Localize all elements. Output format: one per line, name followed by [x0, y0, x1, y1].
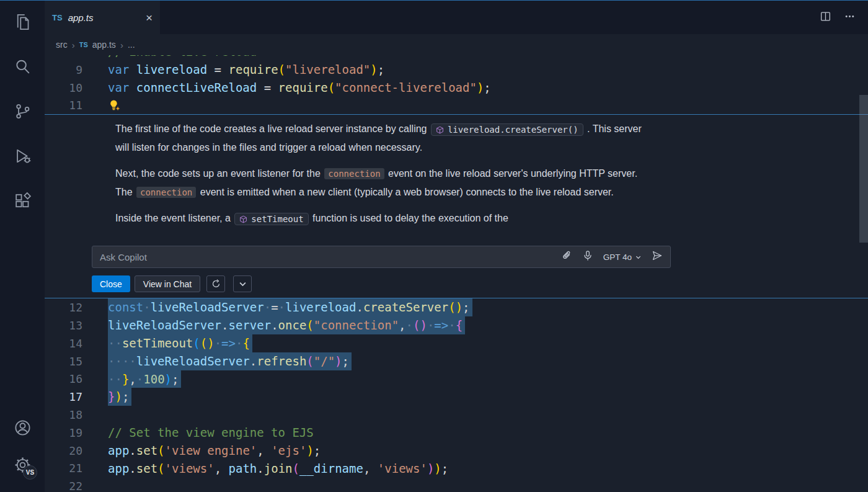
more-actions-icon[interactable]	[844, 11, 856, 25]
line-number[interactable]: 22	[45, 480, 82, 492]
extensions-icon[interactable]	[0, 186, 45, 215]
accounts-icon[interactable]	[0, 413, 45, 442]
code-text	[108, 97, 121, 115]
copilot-paragraph: Next, the code sets up an event listener…	[115, 164, 656, 202]
code-line-17[interactable]: 17});	[45, 388, 868, 406]
rerun-request-icon[interactable]	[206, 275, 225, 292]
typescript-file-icon: TS	[52, 13, 63, 22]
line-number[interactable]: 19	[45, 426, 82, 439]
breadcrumb-separator-icon: ›	[72, 40, 75, 50]
copilot-input-bar[interactable]: GPT 4o	[92, 246, 671, 268]
code-line-10[interactable]: 10var connectLiveReload = require("conne…	[45, 79, 868, 97]
code-line-12[interactable]: 12const·liveReloadServer·=·livereload.cr…	[45, 298, 868, 316]
tab-label: app.ts	[68, 12, 94, 23]
copilot-paragraph: The first line of the code creates a liv…	[115, 120, 656, 157]
code-line-19[interactable]: 19// Set the view engine to EJS	[45, 424, 868, 442]
line-number[interactable]: 10	[45, 81, 82, 94]
code-line-14[interactable]: 14··setTimeout(()·=>·{	[45, 334, 868, 352]
send-icon[interactable]	[652, 250, 663, 264]
code-line-22[interactable]: 22	[45, 477, 868, 492]
chevron-down-icon[interactable]	[233, 275, 252, 292]
line-number[interactable]: 11	[45, 99, 82, 112]
code-line-13[interactable]: 13liveReloadServer.server.once("connecti…	[45, 316, 868, 334]
typescript-file-icon: TS	[79, 41, 88, 48]
selected-code-text: const·liveReloadServer·=·livereload.crea…	[108, 298, 472, 316]
line-number[interactable]: 17	[45, 390, 82, 403]
code-line-16[interactable]: 16··},·100);	[45, 370, 868, 388]
line-number[interactable]: 18	[45, 408, 82, 421]
selected-code-text: liveReloadServer.server.once("connection…	[108, 316, 465, 334]
code-line-21[interactable]: 21app.set('views', path.join(__dirname, …	[45, 460, 868, 478]
inline-code-chip: connection	[136, 187, 196, 198]
code-line-11[interactable]: 11	[45, 97, 868, 115]
ask-copilot-input[interactable]	[100, 252, 552, 262]
breadcrumb-folder[interactable]: src	[56, 40, 68, 50]
settings-gear-icon[interactable]: VS	[0, 450, 45, 480]
activity-bar-bottom: VS	[0, 413, 45, 487]
line-number[interactable]: 21	[45, 462, 82, 475]
editor-actions	[820, 1, 868, 34]
code-line-18[interactable]: 18	[45, 406, 868, 424]
code-lines-top: 9var livereload = require("livereload");…	[45, 61, 868, 114]
copilot-response: The first line of the code creates a liv…	[45, 120, 868, 246]
editor-scrollbar[interactable]	[859, 95, 868, 243]
close-button[interactable]: Close	[92, 275, 130, 292]
code-lines-bottom: 12const·liveReloadServer·=·livereload.cr…	[45, 298, 868, 492]
code-reference-chip[interactable]: livereload.createServer()	[431, 123, 583, 136]
view-in-chat-button[interactable]: View in Chat	[135, 275, 200, 292]
copilot-inline-chat: The first line of the code creates a liv…	[45, 114, 868, 298]
code-line-15[interactable]: 15····liveReloadServer.refresh("/");	[45, 352, 868, 370]
breadcrumb-separator-icon: ›	[120, 40, 123, 50]
tab-close-icon[interactable]: ×	[146, 12, 153, 24]
line-number[interactable]: 9	[45, 63, 82, 76]
code-editor[interactable]: // Enable live reload 9var livereload = …	[45, 55, 868, 492]
activity-bar: VS	[0, 1, 45, 492]
breadcrumb-file[interactable]: app.ts	[92, 40, 116, 50]
copilot-lightbulb-icon[interactable]	[108, 99, 121, 112]
breadcrumb-more[interactable]: ...	[128, 40, 135, 50]
line-number[interactable]: 15	[45, 355, 82, 368]
clipped-code-line: // Enable live reload	[45, 55, 868, 61]
microphone-icon[interactable]	[582, 250, 593, 264]
input-actions: GPT 4o	[561, 250, 663, 264]
search-icon[interactable]	[0, 51, 45, 81]
line-number[interactable]: 16	[45, 372, 82, 385]
source-control-icon[interactable]	[0, 96, 45, 126]
code-reference-chip[interactable]: setTimeout	[234, 213, 308, 225]
code-line-20[interactable]: 20app.set('view engine', 'ejs');	[45, 442, 868, 460]
model-label: GPT 4o	[603, 253, 632, 262]
code-text: app.set('views', path.join(__dirname, 'v…	[108, 460, 448, 478]
copilot-paragraph: Inside the event listener, a setTimeout …	[115, 209, 656, 228]
code-text: app.set('view engine', 'ejs');	[108, 442, 321, 460]
chevron-down-icon	[635, 254, 642, 261]
selected-code-text: ··setTimeout(()·=>·{	[108, 334, 252, 352]
tab-app-ts[interactable]: TS app.ts ×	[45, 1, 160, 34]
activity-bar-top	[0, 7, 45, 230]
line-number[interactable]: 20	[45, 444, 82, 457]
split-editor-icon[interactable]	[820, 11, 831, 25]
code-text: var livereload = require("livereload");	[108, 61, 384, 79]
copilot-actions: Close View in Chat	[92, 275, 868, 292]
profile-badge[interactable]: VS	[23, 465, 37, 480]
tab-bar: TS app.ts ×	[45, 1, 868, 34]
line-number[interactable]: 13	[45, 319, 82, 332]
breadcrumb: src › TS app.ts › ...	[45, 34, 868, 55]
explorer-icon[interactable]	[0, 7, 45, 37]
selected-code-text: });	[108, 388, 131, 406]
code-line-9[interactable]: 9var livereload = require("livereload");	[45, 61, 868, 79]
inline-code-chip: connection	[324, 168, 384, 179]
code-text: // Set the view engine to EJS	[108, 424, 314, 442]
run-debug-icon[interactable]	[0, 141, 45, 171]
code-text: var connectLiveReload = require("connect…	[108, 79, 491, 97]
line-number[interactable]: 12	[45, 301, 82, 314]
selected-code-text: ····liveReloadServer.refresh("/");	[108, 352, 352, 370]
model-picker[interactable]: GPT 4o	[603, 253, 642, 262]
selected-code-text: ··},·100);	[108, 370, 181, 388]
vscode-window: VS TS app.ts × src › TS app.ts	[0, 0, 868, 492]
line-number[interactable]: 14	[45, 337, 82, 350]
attach-paperclip-icon[interactable]	[561, 250, 572, 264]
